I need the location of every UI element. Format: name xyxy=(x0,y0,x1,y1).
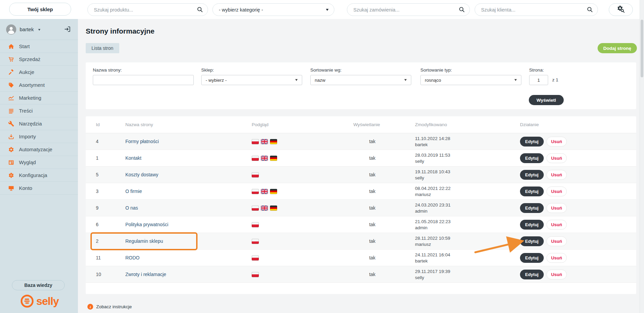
table-row: 11RODOtak24.11.2021 16:04bartekEdytujUsu… xyxy=(86,250,636,266)
footer-note: i Zobacz instrukcje xyxy=(87,304,132,310)
modified-author: selly xyxy=(415,158,450,164)
add-page-button[interactable]: Dodaj stronę xyxy=(598,43,637,53)
delete-button[interactable]: Usuń xyxy=(546,253,567,263)
user-name[interactable]: bartek xyxy=(20,26,34,32)
row-actions: EdytujUsuń xyxy=(520,203,567,213)
page-title: Strony informacyjne xyxy=(86,27,154,35)
modified-cell: 08.04.2021 22:22mariusz xyxy=(415,185,451,198)
tag-icon xyxy=(8,82,14,88)
header-name: Nazwa strony xyxy=(125,116,153,133)
page-name-link[interactable]: O firmie xyxy=(125,183,142,200)
preview-flags xyxy=(252,139,277,144)
delete-button[interactable]: Usuń xyxy=(546,270,567,279)
modified-author: admin xyxy=(415,208,451,214)
sort-by-select[interactable]: nazw xyxy=(310,75,411,85)
scrollbar-thumb[interactable] xyxy=(641,20,643,77)
category-select[interactable]: - wybierz kategorię - xyxy=(212,3,334,16)
sidebar-item-asortyment[interactable]: Asortyment xyxy=(0,79,78,92)
header-visible: Wyświetlanie xyxy=(353,116,380,133)
page-name-link[interactable]: Regulamin sklepu xyxy=(125,233,163,250)
sort-type-label: Sortowanie typ: xyxy=(420,67,452,73)
product-search-input[interactable] xyxy=(87,3,208,16)
flag-de-icon xyxy=(270,189,277,194)
edit-button[interactable]: Edytuj xyxy=(520,170,544,180)
instructions-link[interactable]: Zobacz instrukcje xyxy=(96,304,132,309)
tab-lista-stron[interactable]: Lista stron xyxy=(86,43,119,53)
modified-date: 19.11.2018 10:43 xyxy=(415,169,450,175)
row-id: 5 xyxy=(96,167,99,183)
sidebar-item-aukcje[interactable]: Aukcje xyxy=(0,66,78,79)
preview-flags xyxy=(252,156,277,161)
sidebar-item-tresci[interactable]: Treści xyxy=(0,104,78,117)
page-name-link[interactable]: Zwroty i reklamacje xyxy=(125,266,166,283)
sidebar-item-wyglad[interactable]: Wygląd xyxy=(0,156,78,169)
show-button[interactable]: Wyświetl xyxy=(529,95,564,105)
delete-button[interactable]: Usuń xyxy=(546,203,567,213)
edit-button[interactable]: Edytuj xyxy=(520,270,544,279)
page-name-link[interactable]: O nas xyxy=(125,200,138,216)
sidebar-nav: StartSprzedażAukcjeAsortymentMarketingTr… xyxy=(0,40,78,195)
page-number-input[interactable] xyxy=(529,75,548,85)
header-id: Id xyxy=(96,116,100,133)
sidebar-item-marketing[interactable]: Marketing xyxy=(0,92,78,104)
collapse-sidebar-button[interactable] xyxy=(64,25,71,33)
order-search-input[interactable] xyxy=(347,3,470,16)
modified-cell: 21.05.2018 22:23admin xyxy=(415,219,451,231)
scrollbar-track[interactable] xyxy=(640,0,644,313)
visible-value: tak xyxy=(353,216,391,233)
delete-button[interactable]: Usuń xyxy=(546,187,567,196)
shop-name-button[interactable]: Twój sklep xyxy=(9,3,71,16)
sidebar-item-start[interactable]: Start xyxy=(0,40,78,53)
page-name-link[interactable]: Koszty dostawy xyxy=(125,167,158,183)
sidebar-item-automatyzacje[interactable]: Automatyzacje xyxy=(0,143,78,156)
sort-type-select[interactable]: rosnąco xyxy=(420,75,521,85)
modified-date: 29.11.2017 19:39 xyxy=(415,269,450,275)
edit-button[interactable]: Edytuj xyxy=(520,203,544,213)
edit-button[interactable]: Edytuj xyxy=(520,253,544,263)
delete-button[interactable]: Usuń xyxy=(546,137,567,146)
table-row: 3O firmietak08.04.2021 22:22mariuszEdytu… xyxy=(86,183,636,200)
client-search-input[interactable] xyxy=(475,3,598,16)
page-name-link[interactable]: RODO xyxy=(125,250,140,266)
delete-button[interactable]: Usuń xyxy=(546,220,567,230)
modified-date: 21.05.2018 22:23 xyxy=(415,219,451,225)
page-name-link[interactable]: Polityka prywatności xyxy=(125,216,168,233)
edit-button[interactable]: Edytuj xyxy=(520,220,544,230)
preview-flags xyxy=(252,189,277,194)
delete-button[interactable]: Usuń xyxy=(546,236,567,246)
flag-pl-icon xyxy=(252,156,259,161)
sidebar-item-importy[interactable]: Importy xyxy=(0,130,78,143)
visible-value: tak xyxy=(353,233,391,250)
edit-button[interactable]: Edytuj xyxy=(520,137,544,146)
gavel-icon xyxy=(8,69,14,75)
page-name-link[interactable]: Kontakt xyxy=(125,150,141,167)
user-menu[interactable]: bartek xyxy=(0,19,78,40)
modified-author: bartek xyxy=(415,258,450,264)
edit-button[interactable]: Edytuj xyxy=(520,187,544,196)
pages-table-body: 4Formy płatnościtak11.10.2022 14:28barte… xyxy=(86,133,636,283)
sidebar-item-konto[interactable]: Konto xyxy=(0,182,78,195)
delete-button[interactable]: Usuń xyxy=(546,153,567,163)
edit-button[interactable]: Edytuj xyxy=(520,153,544,163)
modified-date: 24.03.2020 23:31 xyxy=(415,202,451,208)
table-row: 5Koszty dostawytak19.11.2018 10:43sellyE… xyxy=(86,167,636,183)
modified-author: bartek xyxy=(415,142,450,148)
sidebar-item-narzedzia[interactable]: Narzędzia xyxy=(0,117,78,130)
sidebar-item-konfiguracja[interactable]: Konfiguracja xyxy=(0,169,78,182)
sort-by-value: nazw xyxy=(315,78,326,83)
delete-button[interactable]: Usuń xyxy=(546,170,567,180)
row-actions: EdytujUsuń xyxy=(520,220,567,230)
row-id: 2 xyxy=(96,233,99,250)
table-row: 9O nastak24.03.2020 23:31adminEdytujUsuń xyxy=(86,200,636,216)
sort-by-label: Sortowanie wg: xyxy=(310,67,341,73)
sidebar-item-sprzedaz[interactable]: Sprzedaż xyxy=(0,53,78,66)
selly-logo: selly xyxy=(20,294,59,308)
main-content: Strony informacyjne Lista stron Dodaj st… xyxy=(78,19,644,313)
page-name-link[interactable]: Formy płatności xyxy=(125,133,159,150)
page-name-input[interactable] xyxy=(93,75,194,85)
edit-button[interactable]: Edytuj xyxy=(520,236,544,246)
preview-flags xyxy=(252,222,259,227)
shop-select[interactable]: - wybierz - xyxy=(201,75,302,85)
advanced-search-button[interactable] xyxy=(609,3,633,16)
knowledge-base-button[interactable]: Baza wiedzy xyxy=(12,280,65,290)
